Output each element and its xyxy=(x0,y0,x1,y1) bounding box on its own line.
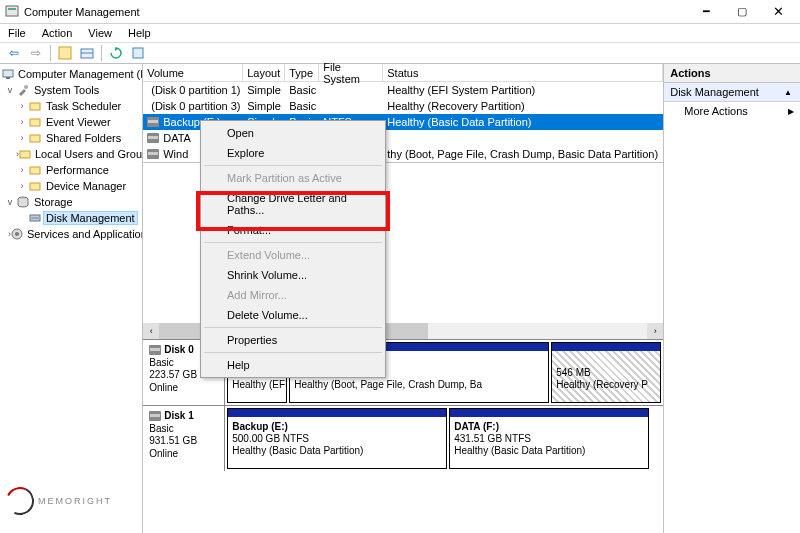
tree-item-event-viewer[interactable]: ›Event Viewer xyxy=(0,114,142,130)
menu-file[interactable]: File xyxy=(4,27,30,39)
menu-separator xyxy=(204,327,382,328)
minimize-button[interactable]: ━ xyxy=(688,1,724,23)
svg-rect-14 xyxy=(30,167,40,174)
expand-icon[interactable]: › xyxy=(16,117,28,127)
services-icon xyxy=(11,227,23,241)
expand-icon[interactable]: › xyxy=(16,101,28,111)
expand-icon[interactable]: v xyxy=(4,85,16,95)
toolbar-btn-2[interactable] xyxy=(77,43,97,63)
partition[interactable]: Backup (E:)500.00 GB NTFSHealthy (Basic … xyxy=(227,408,447,469)
tree-item-local-users-and-groups[interactable]: ›Local Users and Groups xyxy=(0,146,142,162)
menu-item-help[interactable]: Help xyxy=(203,355,383,375)
folder-icon xyxy=(28,179,42,193)
col-fs[interactable]: File System xyxy=(319,64,383,82)
tree-panel: Computer Management (Local v System Tool… xyxy=(0,64,143,533)
scroll-right-arrow[interactable]: › xyxy=(647,323,663,339)
folder-icon xyxy=(28,131,42,145)
svg-point-20 xyxy=(15,232,19,236)
svg-rect-15 xyxy=(30,183,40,190)
maximize-button[interactable]: ▢ xyxy=(724,1,760,23)
menu-item-delete-volume-[interactable]: Delete Volume... xyxy=(203,305,383,325)
svg-rect-13 xyxy=(20,151,30,158)
tree-disk-management[interactable]: Disk Management xyxy=(0,210,142,226)
titlebar: Computer Management ━ ▢ ✕ xyxy=(0,0,800,24)
menu-item-open[interactable]: Open xyxy=(203,123,383,143)
submenu-icon: ▶ xyxy=(788,107,794,116)
toolbar-btn-4[interactable] xyxy=(128,43,148,63)
svg-rect-12 xyxy=(30,135,40,142)
window-title: Computer Management xyxy=(24,6,688,18)
tree-storage[interactable]: v Storage xyxy=(0,194,142,210)
close-button[interactable]: ✕ xyxy=(760,1,796,23)
svg-rect-8 xyxy=(6,77,10,79)
col-volume[interactable]: Volume xyxy=(143,64,243,82)
menu-action[interactable]: Action xyxy=(38,27,77,39)
expand-icon[interactable]: › xyxy=(16,181,28,191)
actions-more[interactable]: More Actions ▶ xyxy=(664,102,800,120)
disk-icon xyxy=(149,411,161,421)
menu-item-format-[interactable]: Format... xyxy=(203,220,383,240)
menubar: File Action View Help xyxy=(0,24,800,42)
menu-item-properties[interactable]: Properties xyxy=(203,330,383,350)
actions-panel: Actions Disk Management ▲ More Actions ▶ xyxy=(664,64,800,533)
partition[interactable]: DATA (F:)431.51 GB NTFSHealthy (Basic Da… xyxy=(449,408,649,469)
svg-point-9 xyxy=(24,85,28,89)
actions-header: Actions xyxy=(664,64,800,83)
svg-rect-0 xyxy=(6,6,18,16)
expand-icon[interactable]: v xyxy=(4,197,16,207)
volume-list-header: Volume Layout Type File System Status xyxy=(143,64,663,82)
menu-view[interactable]: View xyxy=(84,27,116,39)
menu-item-shrink-volume-[interactable]: Shrink Volume... xyxy=(203,265,383,285)
menu-item-explore[interactable]: Explore xyxy=(203,143,383,163)
tree-item-task-scheduler[interactable]: ›Task Scheduler xyxy=(0,98,142,114)
app-icon xyxy=(4,4,20,20)
scroll-left-arrow[interactable]: ‹ xyxy=(143,323,159,339)
partition[interactable]: 546 MBHealthy (Recovery P xyxy=(551,342,661,403)
toolbar: ⇦ ⇨ xyxy=(0,42,800,64)
col-layout[interactable]: Layout xyxy=(243,64,285,82)
menu-item-change-drive-letter-and-paths-[interactable]: Change Drive Letter and Paths... xyxy=(203,188,383,220)
tree-system-tools[interactable]: v System Tools xyxy=(0,82,142,98)
back-button[interactable]: ⇦ xyxy=(4,43,24,63)
volume-row[interactable]: (Disk 0 partition 3) Simple Basic Health… xyxy=(143,98,663,114)
volume-row[interactable]: (Disk 0 partition 1) Simple Basic Health… xyxy=(143,82,663,98)
menu-item-add-mirror-: Add Mirror... xyxy=(203,285,383,305)
col-type[interactable]: Type xyxy=(285,64,319,82)
forward-button[interactable]: ⇨ xyxy=(26,43,46,63)
tree-item-device-manager[interactable]: ›Device Manager xyxy=(0,178,142,194)
computer-icon xyxy=(2,67,14,81)
volume-icon xyxy=(147,149,159,159)
expand-icon[interactable]: › xyxy=(16,133,28,143)
disk-icon xyxy=(28,211,42,225)
disk-header[interactable]: Disk 1Basic931.51 GBOnline xyxy=(143,406,225,471)
tree-item-shared-folders[interactable]: ›Shared Folders xyxy=(0,130,142,146)
menu-item-mark-partition-as-active: Mark Partition as Active xyxy=(203,168,383,188)
menu-item-extend-volume-: Extend Volume... xyxy=(203,245,383,265)
toolbar-btn-1[interactable] xyxy=(55,43,75,63)
collapse-icon: ▲ xyxy=(784,88,792,97)
menu-help[interactable]: Help xyxy=(124,27,155,39)
svg-rect-7 xyxy=(3,70,13,77)
partition-stripe xyxy=(450,409,648,417)
menu-separator xyxy=(204,165,382,166)
context-menu[interactable]: OpenExploreMark Partition as ActiveChang… xyxy=(200,120,386,378)
svg-rect-2 xyxy=(59,47,71,59)
tree-root[interactable]: Computer Management (Local xyxy=(0,66,142,82)
toolbar-separator xyxy=(50,45,51,61)
actions-section[interactable]: Disk Management ▲ xyxy=(664,83,800,102)
volume-icon xyxy=(147,133,159,143)
folder-icon xyxy=(28,115,42,129)
col-status[interactable]: Status xyxy=(383,64,663,82)
partition-stripe xyxy=(552,343,660,351)
tree-services[interactable]: › Services and Applications xyxy=(0,226,142,242)
folder-icon xyxy=(28,99,42,113)
disk-row: Disk 1Basic931.51 GBOnlineBackup (E:)500… xyxy=(143,405,663,471)
menu-separator xyxy=(204,352,382,353)
expand-icon[interactable]: › xyxy=(16,165,28,175)
svg-rect-10 xyxy=(30,103,40,110)
tree-item-performance[interactable]: ›Performance xyxy=(0,162,142,178)
folder-icon xyxy=(28,163,42,177)
toolbar-separator-2 xyxy=(101,45,102,61)
svg-rect-6 xyxy=(133,48,143,58)
refresh-button[interactable] xyxy=(106,43,126,63)
